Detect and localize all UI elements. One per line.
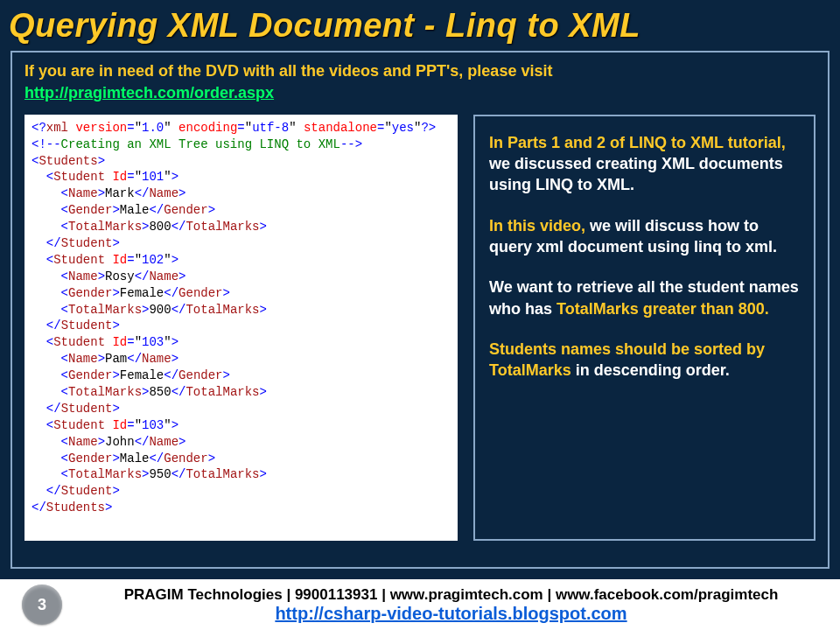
order-link[interactable]: http://pragimtech.com/order.aspx (24, 83, 274, 103)
desc-p3-highlight: TotalMarks greater than 800. (556, 300, 769, 318)
xml-code-box: <?xml version="1.0" encoding="utf-8" sta… (24, 115, 458, 541)
intro-text: If you are in need of the DVD with all t… (24, 61, 816, 104)
desc-p2-highlight: In this video, (489, 217, 585, 234)
footer: 3 PRAGIM Technologies | 9900113931 | www… (0, 579, 840, 630)
desc-p1-rest: we discussed creating XML documents usin… (489, 155, 783, 193)
desc-p4: Students names should be sorted by Total… (489, 339, 800, 382)
desc-p1: In Parts 1 and 2 of LINQ to XML tutorial… (489, 132, 800, 196)
desc-p1-highlight: In Parts 1 and 2 of LINQ to XML tutorial… (489, 134, 786, 151)
footer-link[interactable]: http://csharp-video-tutorials.blogspot.c… (275, 604, 626, 623)
slide-title: Querying XML Document - Linq to XML (0, 0, 840, 48)
desc-p4-rest: in descending order. (571, 361, 730, 379)
description-box: In Parts 1 and 2 of LINQ to XML tutorial… (473, 115, 816, 541)
footer-text: PRAGIM Technologies | 9900113931 | www.p… (62, 586, 840, 624)
page-number: 3 (22, 584, 62, 625)
desc-p2: In this video, we will discuss how to qu… (489, 215, 800, 258)
footer-org: PRAGIM Technologies | 9900113931 | www.p… (124, 586, 779, 603)
content-frame: If you are in need of the DVD with all t… (10, 51, 830, 569)
intro-line: If you are in need of the DVD with all t… (24, 62, 552, 80)
desc-p3: We want to retrieve all the student name… (489, 276, 800, 319)
